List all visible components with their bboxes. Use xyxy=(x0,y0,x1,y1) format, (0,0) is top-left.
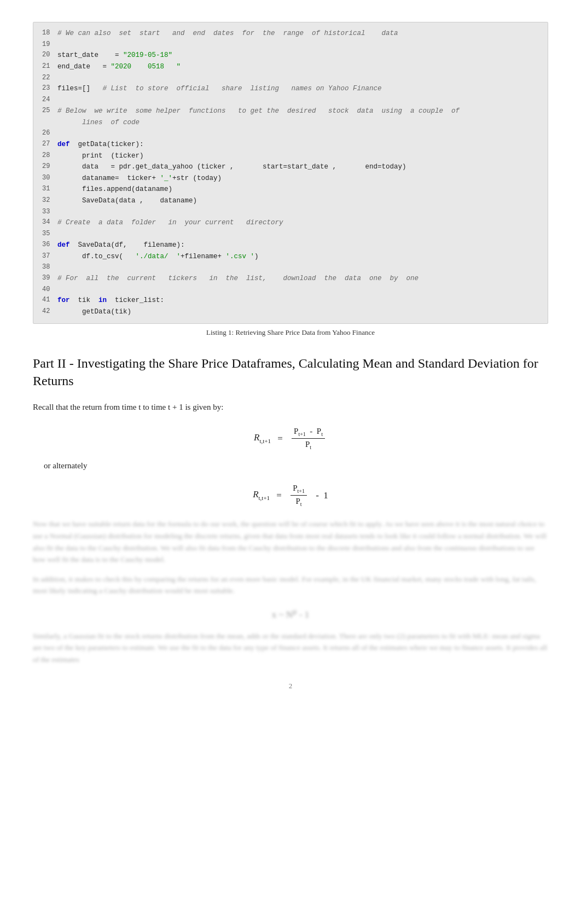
blurred-para-2: In addition, it makes to check this by c… xyxy=(33,573,548,597)
code-line-34: 34 # Create a data folder in your curren… xyxy=(42,217,539,229)
code-line-26: 26 xyxy=(42,128,539,139)
blurred-para-3: Similarly, a Gaussian fit to the stock r… xyxy=(33,630,548,666)
formula-2: Rt,t+1 = Pt+1 Pt - 1 xyxy=(253,484,328,507)
section-heading: Part II - Investigating the Share Price … xyxy=(33,355,548,390)
formula-1-block: Rt,t+1 = Pt+1 - Pt Pt xyxy=(33,427,548,450)
code-line-30: 30 dataname= ticker+ '_'+str (today) xyxy=(42,173,539,184)
code-line-35: 35 xyxy=(42,229,539,240)
code-line-23: 23 files=[] # List to store official sha… xyxy=(42,83,539,95)
code-line-24: 24 xyxy=(42,95,539,106)
code-line-29: 29 data = pdr.get_data_yahoo (ticker , s… xyxy=(42,161,539,173)
code-line-32: 32 SaveData(data , dataname) xyxy=(42,195,539,207)
code-line-27: 27 def getData(ticker): xyxy=(42,139,539,150)
code-line-38: 38 xyxy=(42,262,539,273)
code-block: 18 # We can also set start and end dates… xyxy=(33,22,548,324)
listing-caption: Listing 1: Retrieving Share Price Data f… xyxy=(33,328,548,337)
code-line-28: 28 print (ticker) xyxy=(42,150,539,162)
code-line-25b: lines of code xyxy=(42,117,539,129)
code-line-42: 42 getData(tik) xyxy=(42,306,539,318)
blurred-para-1: Now that we have suitable return data fo… xyxy=(33,518,548,565)
code-line-18: 18 # We can also set start and end dates… xyxy=(42,28,539,39)
code-line-31: 31 files.append(dataname) xyxy=(42,184,539,195)
code-line-39: 39 # For all the current tickers in the … xyxy=(42,273,539,284)
or-alternately-text: or alternately xyxy=(44,461,548,470)
code-line-21: 21 end_date = "2020 0518 " xyxy=(42,61,539,73)
code-line-36: 36 def SaveData(df, filename): xyxy=(42,240,539,251)
page-number: 2 xyxy=(33,682,548,690)
formula-1: Rt,t+1 = Pt+1 - Pt Pt xyxy=(254,427,327,450)
code-line-20: 20 start_date = "2019-05-18" xyxy=(42,50,539,61)
page-container: 18 # We can also set start and end dates… xyxy=(0,0,581,723)
code-line-22: 22 xyxy=(42,73,539,84)
code-line-40: 40 xyxy=(42,284,539,295)
code-line-37: 37 df.to_csv( './data/ '+filename+ '.csv… xyxy=(42,251,539,263)
recall-text: Recall that the return from time t to ti… xyxy=(33,400,548,414)
blurred-formula: x ~ Nμ - 1 xyxy=(33,607,548,620)
formula-2-block: Rt,t+1 = Pt+1 Pt - 1 xyxy=(33,484,548,507)
code-line-33: 33 xyxy=(42,207,539,218)
code-line-25: 25 # Below we write some helper function… xyxy=(42,106,539,117)
code-line-19: 19 xyxy=(42,39,539,50)
code-line-41: 41 for tik in ticker_list: xyxy=(42,295,539,306)
